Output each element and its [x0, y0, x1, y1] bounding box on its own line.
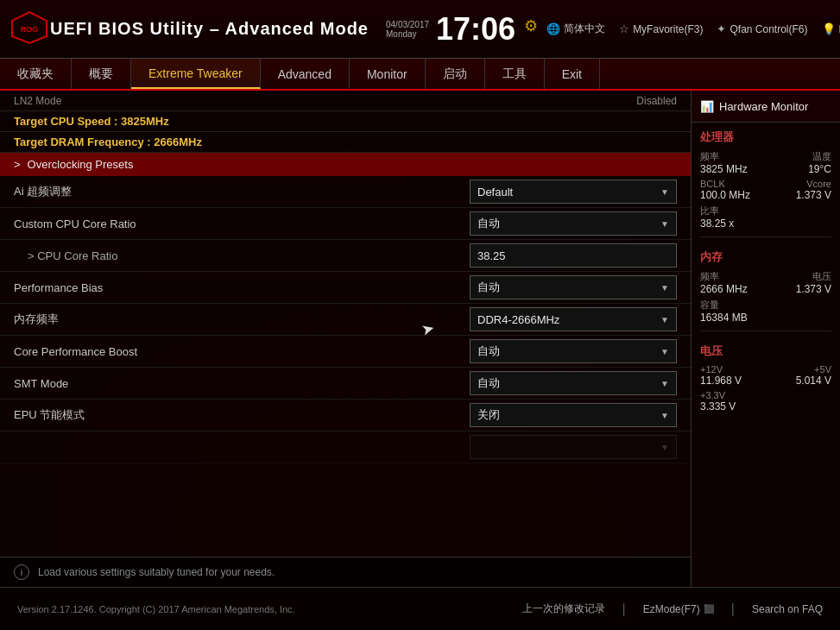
smt-mode-dropdown[interactable]: 自动 ▼ [470, 371, 677, 395]
overclocking-presets-header[interactable]: > Overclocking Presets [0, 153, 691, 176]
tab-exit[interactable]: Exit [545, 59, 600, 89]
core-perf-boost-value: 自动 ▼ [470, 339, 677, 363]
performance-bias-dropdown[interactable]: 自动 ▼ [470, 275, 677, 299]
target-cpu-row: Target CPU Speed : 3825MHz [0, 111, 691, 132]
hw-volt-row-0: +12V 11.968 V +5V 5.014 V [692, 362, 840, 388]
target-dram-row: Target DRAM Frequency : 2666MHz [0, 132, 691, 153]
hw-5v-value: 5.014 V [796, 375, 831, 387]
hw-cpu-temp-value: 19°C [808, 163, 831, 175]
extra-value: ▼ [470, 435, 677, 459]
hw-ratio-label: 比率 [700, 205, 734, 217]
dropdown-arrow-8: ▼ [660, 443, 669, 452]
hw-header: 📊 Hardware Monitor [692, 91, 840, 123]
dropdown-arrow-4: ▼ [660, 315, 669, 324]
tab-boot[interactable]: 启动 [426, 59, 485, 89]
section-arrow: > [14, 158, 21, 171]
core-perf-boost-dropdown[interactable]: 自动 ▼ [470, 339, 677, 363]
footer-divider-2: | [731, 602, 735, 617]
hw-mem-row-0: 频率 2666 MHz 电压 1.373 V [692, 268, 840, 297]
hw-bclk-label: BCLK [700, 179, 750, 189]
footer-btn-search[interactable]: Search on FAQ [752, 603, 823, 615]
dropdown-arrow-6: ▼ [660, 379, 669, 388]
hw-cpu-freq-label: 频率 [700, 150, 748, 163]
footer-ezmode-icon: ⬛ [704, 604, 714, 614]
hw-mem-volt-value: 1.373 V [796, 283, 831, 295]
memory-freq-value: DDR4-2666MHz ▼ [470, 307, 677, 331]
epu-mode-value: 关闭 ▼ [470, 403, 677, 427]
left-panel: LN2 Mode Disabled Target CPU Speed : 382… [0, 91, 691, 587]
smt-mode-value: 自动 ▼ [470, 371, 677, 395]
hw-ratio-value: 38.25 x [700, 217, 734, 230]
cpu-core-ratio-input-label: > CPU Core Ratio [14, 249, 470, 262]
cpu-core-ratio-input-value: 38.25 [470, 243, 677, 268]
hw-mem-cap-value: 16384 MB [700, 312, 748, 324]
target-dram-label: Target DRAM Frequency : 2666MHz [14, 135, 202, 148]
smt-mode-row: SMT Mode 自动 ▼ [0, 368, 691, 400]
tab-summary[interactable]: 概要 [72, 59, 131, 89]
section-title: Overclocking Presets [28, 158, 134, 171]
hw-mem-volt-label: 电压 [796, 270, 831, 283]
header-tools: 🌐 简体中文 ☆ MyFavorite(F3) ✦ Qfan Control(F… [546, 22, 840, 36]
extra-row: ▼ [0, 432, 691, 463]
tab-bookmarks[interactable]: 收藏夹 [0, 59, 72, 89]
dropdown-arrow-3: ▼ [660, 283, 669, 293]
info-icon: i [14, 564, 29, 580]
language-icon: 🌐 [546, 22, 560, 35]
hw-cpu-freq-value: 3825 MHz [700, 163, 748, 175]
epu-mode-label: EPU 节能模式 [14, 407, 470, 423]
tool-myfavorite[interactable]: ☆ MyFavorite(F3) [619, 22, 703, 35]
hw-5v-label: +5V [796, 364, 831, 375]
performance-bias-label: Performance Bias [14, 281, 470, 294]
hw-volt-row-1: +3.3V 3.335 V [692, 388, 840, 414]
tool-qfan[interactable]: ✦ Qfan Control(F6) [717, 22, 807, 35]
performance-bias-value: 自动 ▼ [470, 275, 677, 299]
epu-mode-row: EPU 节能模式 关闭 ▼ [0, 400, 691, 432]
hw-mem-row-1: 容量 16384 MB [692, 297, 840, 325]
footer-btn-ezmode[interactable]: EzMode(F7) ⬛ [643, 603, 714, 615]
nav-bar: 收藏夹 概要 Extreme Tweaker Advanced Monitor … [0, 59, 840, 91]
ai-overclock-row: Ai 超频调整 Default ▼ [0, 176, 691, 208]
cpu-core-ratio-input-row: > CPU Core Ratio 38.25 [0, 240, 691, 272]
memory-freq-dropdown[interactable]: DDR4-2666MHz ▼ [470, 307, 677, 331]
hw-vcore-value: 1.373 V [796, 189, 831, 201]
footer-btn-history[interactable]: 上一次的修改记录 [522, 602, 605, 616]
cpu-core-ratio-value: 自动 ▼ [470, 211, 677, 236]
fan-icon: ✦ [717, 22, 726, 35]
header-time: 17:06 [436, 11, 515, 47]
tab-monitor[interactable]: Monitor [350, 59, 426, 89]
tab-tools[interactable]: 工具 [485, 59, 545, 89]
hw-cpu-temp-label: 温度 [808, 150, 831, 163]
cpu-core-ratio-dropdown[interactable]: 自动 ▼ [470, 211, 677, 236]
header-title: UEFI BIOS Utility – Advanced Mode [50, 19, 369, 39]
core-perf-boost-row: Core Performance Boost 自动 ▼ [0, 336, 691, 368]
star-icon: ☆ [619, 22, 629, 35]
dropdown-arrow-7: ▼ [660, 411, 669, 420]
core-perf-boost-label: Core Performance Boost [14, 345, 470, 358]
tool-ez-tuning[interactable]: 💡 EZ Tuning Wizard(F11) [822, 22, 841, 35]
settings-icon[interactable]: ⚙ [524, 16, 538, 35]
status-bar: i Load various settings suitably tuned f… [0, 557, 691, 587]
epu-mode-dropdown[interactable]: 关闭 ▼ [470, 403, 677, 427]
memory-freq-row: 内存频率 DDR4-2666MHz ▼ [0, 304, 691, 336]
hw-12v-value: 11.968 V [700, 375, 742, 387]
dropdown-arrow: ▼ [660, 187, 669, 197]
tab-extreme-tweaker[interactable]: Extreme Tweaker [131, 59, 261, 89]
header-date: 04/03/2017 [386, 20, 429, 29]
hw-cpu-title: 处理器 [692, 123, 840, 148]
footer-divider-1: | [622, 602, 626, 617]
cpu-core-ratio-input[interactable]: 38.25 [470, 243, 677, 268]
hw-cpu-row-2: 比率 38.25 x [692, 203, 840, 231]
tab-advanced[interactable]: Advanced [261, 59, 350, 89]
ai-overclock-dropdown[interactable]: Default ▼ [470, 180, 677, 204]
hw-12v-label: +12V [700, 364, 742, 375]
tool-language[interactable]: 🌐 简体中文 [546, 22, 605, 36]
hw-bclk-value: 100.0 MHz [700, 189, 750, 201]
hw-monitor-icon: 📊 [700, 100, 714, 113]
hw-mem-freq-label: 频率 [700, 270, 748, 283]
cpu-core-ratio-label: Custom CPU Core Ratio [14, 217, 470, 230]
status-text: Load various settings suitably tuned for… [38, 566, 275, 578]
extra-dropdown[interactable]: ▼ [470, 435, 677, 459]
footer-copyright: Version 2.17.1246. Copyright (C) 2017 Am… [17, 604, 295, 614]
ai-overclock-value: Default ▼ [470, 180, 677, 204]
hw-title: Hardware Monitor [719, 100, 808, 113]
